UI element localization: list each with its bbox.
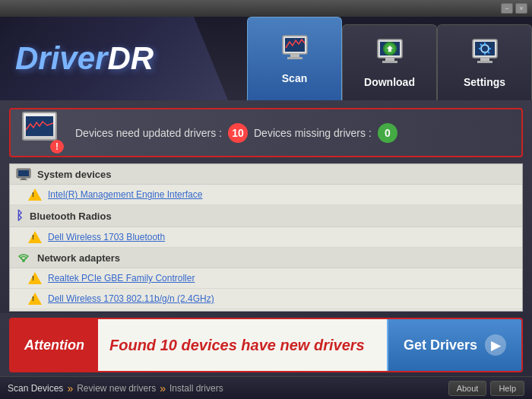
main-container: DriverDR Scan xyxy=(0,17,532,399)
warning-badge: ! xyxy=(50,140,64,154)
nav-sep-2: » xyxy=(160,382,166,394)
list-item[interactable]: Intel(R) Management Engine Interface xyxy=(10,185,522,205)
nav-sep-1: » xyxy=(67,382,73,394)
svg-rect-21 xyxy=(477,61,492,63)
attention-bar: Attention Found 10 devices have new driv… xyxy=(9,318,523,372)
category-system-label: System devices xyxy=(37,169,112,180)
tab-download-label: Download xyxy=(364,76,415,88)
device-name: Intel(R) Management Engine Interface xyxy=(48,189,202,200)
category-network-label: Network adapters xyxy=(37,252,120,264)
get-drivers-button[interactable]: Get Drivers ▶ xyxy=(387,319,521,371)
category-network: Network adapters xyxy=(10,248,522,268)
svg-rect-25 xyxy=(20,179,27,180)
update-count-badge: 10 xyxy=(228,123,248,143)
bottom-right-buttons: About Help xyxy=(448,381,524,396)
svg-point-26 xyxy=(22,259,25,262)
content-area: ! Devices need updated drivers : 10 Devi… xyxy=(0,100,532,313)
list-item[interactable]: Dell Wireless 1703 802.11b/g/n (2.4GHz) xyxy=(10,289,522,309)
close-button[interactable]: × xyxy=(515,3,527,14)
tab-scan[interactable]: Scan xyxy=(247,17,342,100)
category-bluetooth: ᛒ Bluetooth Radios xyxy=(10,205,522,227)
warning-triangle-icon xyxy=(28,293,42,305)
nav-review-drivers[interactable]: Review new drivers xyxy=(77,383,156,394)
settings-icon xyxy=(470,38,500,71)
status-bar: ! Devices need updated drivers : 10 Devi… xyxy=(9,108,523,157)
tab-settings-label: Settings xyxy=(464,76,505,88)
attention-message: Found 10 devices have new drivers xyxy=(98,319,387,371)
device-name: Dell Wireless 1703 802.11b/g/n (2.4GHz) xyxy=(48,293,214,304)
get-drivers-label: Get Drivers xyxy=(404,337,477,353)
arrow-icon: ▶ xyxy=(485,334,506,356)
nav-tabs: Scan Download xyxy=(247,17,532,100)
download-icon xyxy=(375,38,405,71)
need-update-label: Devices need updated drivers : xyxy=(75,127,222,139)
warning-triangle-icon xyxy=(28,231,42,243)
missing-count-badge: 0 xyxy=(378,123,397,143)
svg-rect-10 xyxy=(382,61,397,63)
list-item[interactable]: Dell Wireless 1703 Bluetooth xyxy=(10,227,522,248)
missing-label: Devices missing drivers : xyxy=(254,127,372,139)
warning-triangle-icon xyxy=(28,188,42,201)
category-system: System devices xyxy=(10,164,522,185)
scan-icon xyxy=(280,34,310,68)
nav-install-drivers[interactable]: Install drivers xyxy=(169,383,223,394)
svg-line-19 xyxy=(488,52,489,53)
tab-download[interactable]: Download xyxy=(342,24,437,100)
svg-rect-9 xyxy=(385,58,394,61)
device-name: Realtek PCIe GBE Family Controller xyxy=(48,273,195,283)
status-text: Devices need updated drivers : 10 Device… xyxy=(75,123,397,143)
title-bar: − × xyxy=(0,0,532,17)
status-icon: ! xyxy=(22,112,64,154)
device-list[interactable]: System devices Intel(R) Management Engin… xyxy=(9,163,523,312)
tab-settings[interactable]: Settings xyxy=(437,24,532,100)
svg-line-18 xyxy=(480,44,482,46)
about-button[interactable]: About xyxy=(448,381,487,396)
minimize-button[interactable]: − xyxy=(501,3,513,14)
attention-label: Attention xyxy=(11,319,98,371)
svg-rect-24 xyxy=(21,178,26,179)
bluetooth-icon: ᛒ xyxy=(16,209,24,223)
bottom-nav: Scan Devices » Review new drivers » Inst… xyxy=(8,382,223,394)
device-name: Dell Wireless 1703 Bluetooth xyxy=(48,232,165,242)
svg-rect-20 xyxy=(480,58,489,61)
list-item[interactable]: Realtek PCIe GBE Family Controller xyxy=(10,268,522,289)
logo-area: DriverDR xyxy=(0,17,228,100)
warning-triangle-icon xyxy=(28,272,42,284)
header: DriverDR Scan xyxy=(0,17,532,100)
logo: DriverDR xyxy=(15,40,154,77)
svg-rect-2 xyxy=(290,54,299,57)
bottom-bar: Scan Devices » Review new drivers » Inst… xyxy=(0,376,532,399)
monitor-icon xyxy=(22,112,57,141)
tab-scan-label: Scan xyxy=(282,72,307,84)
logo-driver: Driver xyxy=(15,40,107,76)
help-button[interactable]: Help xyxy=(490,381,524,396)
svg-rect-23 xyxy=(18,170,29,176)
category-bluetooth-label: Bluetooth Radios xyxy=(30,211,112,222)
nav-scan-devices[interactable]: Scan Devices xyxy=(8,383,63,394)
logo-dr: DR xyxy=(107,40,154,76)
svg-rect-3 xyxy=(287,57,302,59)
monitor-screen xyxy=(26,116,53,136)
